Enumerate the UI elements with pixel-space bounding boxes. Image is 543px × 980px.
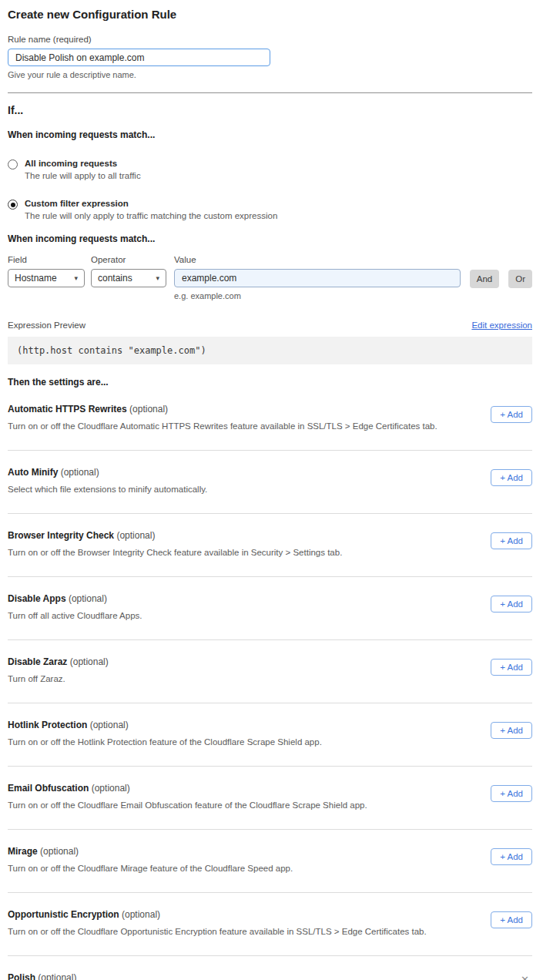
optional-suffix: (optional) [116,530,155,541]
page-title: Create new Configuration Rule [8,8,532,21]
radio-all-incoming-label: All incoming requests [25,159,141,168]
setting-row-polish-expanded: Polish (optional) Change the settings of… [8,956,532,980]
expression-builder: Field Hostname ▾ Operator contains ▾ Val… [8,255,532,300]
value-help: e.g. example.com [174,291,461,300]
optional-suffix: (optional) [61,467,99,478]
field-select-value: Hostname [15,273,57,284]
then-heading: Then the settings are... [8,377,532,388]
setting-row-auto-minify: Auto Minify (optional) Select which file… [8,451,532,514]
setting-row-opportunistic-encryption: Opportunistic Encryption (optional) Turn… [8,893,532,956]
field-column: Field Hostname ▾ [8,255,85,287]
optional-suffix: (optional) [122,909,160,920]
field-label: Field [8,255,85,264]
operator-column: Operator contains ▾ [91,255,166,287]
setting-name: Opportunistic Encryption [8,909,119,920]
expression-preview-header: Expression Preview Edit expression [8,321,532,330]
field-select[interactable]: Hostname ▾ [8,269,85,287]
setting-info: Disable Zaraz (optional) Turn off Zaraz. [8,656,109,683]
or-button[interactable]: Or [508,270,532,288]
radio-option-all-incoming[interactable]: All incoming requests The rule will appl… [8,159,532,180]
edit-expression-link[interactable]: Edit expression [471,321,532,330]
setting-desc: Turn on or off the Cloudflare Opportunis… [8,927,427,936]
add-button-disable-zaraz[interactable]: + Add [491,659,532,676]
setting-info: Auto Minify (optional) Select which file… [8,467,207,494]
rule-name-label: Rule name (required) [8,35,532,44]
setting-row-mirage: Mirage (optional) Turn on or off the Clo… [8,830,532,893]
optional-suffix: (optional) [92,783,130,794]
setting-title: Automatic HTTPS Rewrites (optional) [8,404,437,414]
add-button-auto-minify[interactable]: + Add [491,469,532,486]
if-heading: If... [8,104,532,116]
setting-desc: Turn off all active Cloudflare Apps. [8,611,142,620]
radio-custom-filter-texts: Custom filter expression The rule will o… [25,199,277,220]
setting-info: Email Obfuscation (optional) Turn on or … [8,783,367,810]
setting-name: Auto Minify [8,467,58,478]
setting-title: Hotlink Protection (optional) [8,720,322,730]
chevron-down-icon: ▾ [156,274,159,282]
value-input[interactable] [174,269,461,287]
setting-row-automatic-https-rewrites: Automatic HTTPS Rewrites (optional) Turn… [8,388,532,451]
setting-info: Browser Integrity Check (optional) Turn … [8,530,342,557]
setting-title: Mirage (optional) [8,846,293,857]
expression-preview-label: Expression Preview [8,321,85,330]
section-divider [8,92,532,93]
setting-name: Hotlink Protection [8,720,87,730]
setting-desc: Turn on or off the Browser Integrity Che… [8,548,342,557]
optional-suffix: (optional) [129,404,168,414]
match-heading: When incoming requests match... [8,129,532,140]
setting-title: Auto Minify (optional) [8,467,207,478]
close-icon[interactable]: ✕ [518,973,532,980]
setting-title: Email Obfuscation (optional) [8,783,367,794]
setting-title: Polish (optional) [8,972,320,980]
and-button[interactable]: And [470,270,499,288]
optional-suffix: (optional) [38,972,76,980]
setting-name: Polish [8,972,35,980]
radio-all-incoming-desc: The rule will apply to all traffic [25,171,141,180]
setting-info: Opportunistic Encryption (optional) Turn… [8,909,427,936]
radio-custom-filter-desc: The rule will only apply to traffic matc… [25,211,277,220]
add-button-automatic-https-rewrites[interactable]: + Add [491,406,532,423]
setting-name: Disable Apps [8,593,66,604]
radio-all-incoming-texts: All incoming requests The rule will appl… [25,159,141,180]
setting-desc: Turn on or off the Hotlink Protection fe… [8,737,322,747]
setting-title: Disable Apps (optional) [8,593,142,604]
radio-custom-filter-label: Custom filter expression [25,199,277,208]
expression-preview-code: (http.host contains "example.com") [8,337,532,364]
radio-option-custom-filter[interactable]: Custom filter expression The rule will o… [8,199,532,220]
value-label: Value [174,255,461,264]
add-button-hotlink-protection[interactable]: + Add [491,722,532,739]
polish-header: Polish (optional) Change the settings of… [8,972,532,980]
optional-suffix: (optional) [70,656,109,667]
setting-desc: Turn on or off the Cloudflare Mirage fea… [8,864,293,873]
add-button-mirage[interactable]: + Add [491,848,532,865]
operator-select[interactable]: contains ▾ [91,269,166,287]
builder-heading: When incoming requests match... [8,233,532,244]
operator-label: Operator [91,255,166,264]
optional-suffix: (optional) [90,720,129,730]
radio-all-incoming[interactable] [8,159,18,169]
operator-select-value: contains [98,273,132,284]
setting-name: Automatic HTTPS Rewrites [8,404,127,414]
setting-desc: Turn on or off the Cloudflare Automatic … [8,421,437,431]
setting-row-disable-apps: Disable Apps (optional) Turn off all act… [8,577,532,640]
setting-name: Browser Integrity Check [8,530,114,541]
radio-custom-filter[interactable] [8,200,18,210]
add-button-browser-integrity-check[interactable]: + Add [491,532,532,549]
setting-title: Browser Integrity Check (optional) [8,530,342,541]
setting-desc: Select which file extensions to minify a… [8,485,207,494]
rule-name-group: Rule name (required) Give your rule a de… [8,35,532,79]
setting-name: Mirage [8,846,38,857]
add-button-email-obfuscation[interactable]: + Add [491,785,532,802]
add-button-disable-apps[interactable]: + Add [491,596,532,612]
conjunction-buttons: And Or [470,255,532,288]
setting-name: Email Obfuscation [8,783,89,794]
add-button-opportunistic-encryption[interactable]: + Add [491,911,532,928]
setting-info: Hotlink Protection (optional) Turn on or… [8,720,322,747]
value-column: Value e.g. example.com [174,255,461,300]
chevron-down-icon: ▾ [74,274,78,282]
setting-desc: Turn off Zaraz. [8,674,109,683]
setting-info: Disable Apps (optional) Turn off all act… [8,593,142,620]
rule-name-input[interactable] [8,49,270,66]
setting-row-hotlink-protection: Hotlink Protection (optional) Turn on or… [8,703,532,767]
setting-title: Opportunistic Encryption (optional) [8,909,427,920]
